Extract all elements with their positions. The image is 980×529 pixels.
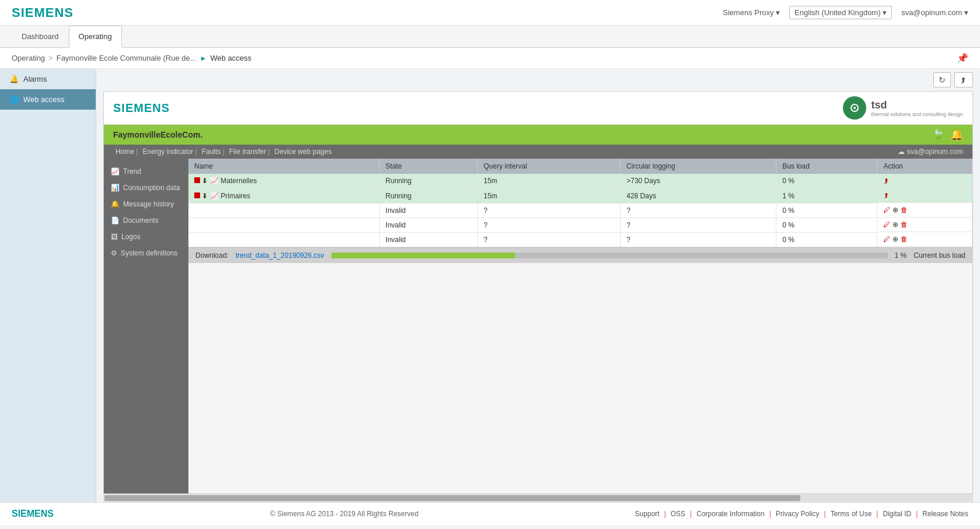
trend-icon: 📈 xyxy=(111,167,120,176)
tab-dashboard[interactable]: Dashboard xyxy=(12,26,69,48)
breadcrumb-arrow-icon: ► xyxy=(200,54,207,62)
col-header-name: Name xyxy=(188,159,379,174)
download-bar: Download: trend_data_1_20190926.csv 1 % … xyxy=(188,247,972,263)
footer-sep-5: | xyxy=(876,510,878,518)
footer-sep-4: | xyxy=(824,510,826,518)
web-nav-bar: FaymonvilleEcoleCom. 🍃 🔔 xyxy=(104,125,972,145)
nav-tabs: Dashboard Operating xyxy=(0,26,980,48)
documents-icon: 📄 xyxy=(111,216,120,225)
footer-link-support[interactable]: Support xyxy=(635,510,659,518)
cell-circular_logging: ? xyxy=(620,232,776,247)
menu-link-file-transfer[interactable]: File transfer xyxy=(227,148,272,156)
footer-link-release-notes[interactable]: Release Notes xyxy=(922,510,968,518)
bell-icon[interactable]: 🔔 xyxy=(950,128,963,141)
cell-action: ⮭ xyxy=(877,188,972,203)
user-menu[interactable]: sva@opinum.com ▾ xyxy=(901,8,968,17)
download-progress-bar xyxy=(331,253,888,258)
language-selector[interactable]: English (United Kingdom) ▾ xyxy=(789,6,892,19)
menu-link-home[interactable]: Home xyxy=(113,148,140,156)
sidebar-item-web-access[interactable]: 🌐 Web access xyxy=(0,89,96,110)
action-delete-icon[interactable]: 🗑 xyxy=(901,235,908,243)
trend-table: Name State Query interval Circular loggi… xyxy=(188,159,972,247)
cell-circular_logging: ? xyxy=(620,218,776,232)
cell-action: 🖊⊕🗑 xyxy=(877,232,972,247)
status-red-indicator xyxy=(194,192,200,198)
message-icon: 🔔 xyxy=(111,200,120,208)
download-icon[interactable]: ⬇ xyxy=(202,177,208,185)
web-menu-bar: Home Energy indicator Faults File transf… xyxy=(104,145,972,159)
breadcrumb-bar: Operating > Faymonville Ecole Communale … xyxy=(0,48,980,69)
footer-link-privacy[interactable]: Privacy Policy xyxy=(776,510,820,518)
cell-bus_load: 0 % xyxy=(776,232,877,247)
action-buttons: ↻ ⮭ xyxy=(96,69,980,91)
cell-name xyxy=(188,218,379,232)
svg-point-2 xyxy=(853,107,856,109)
logos-label: Logos xyxy=(121,233,141,241)
download-filename[interactable]: trend_data_1_20190926.csv xyxy=(236,251,324,260)
web-sidebar-system[interactable]: ⚙ System definitions xyxy=(104,245,188,261)
web-sidebar-message-history[interactable]: 🔔 Message history xyxy=(104,196,188,212)
breadcrumb-site[interactable]: Faymonville Ecole Communale (Rue de... xyxy=(57,54,197,62)
web-inner-header: SIEMENS tsd thermal solutions and consul… xyxy=(104,92,972,125)
trend-label: Trend xyxy=(123,167,141,176)
leaf-icon[interactable]: 🍃 xyxy=(932,128,944,141)
scrollbar-thumb[interactable] xyxy=(104,495,800,501)
breadcrumb-sep-1: > xyxy=(48,54,53,62)
action-edit-icon[interactable]: 🖊 xyxy=(883,220,890,229)
menu-link-device-web-pages[interactable]: Device web pages xyxy=(272,148,334,156)
action-add-icon[interactable]: ⊕ xyxy=(892,220,898,229)
pin-icon[interactable]: 📌 xyxy=(957,52,968,64)
table-row: Invalid??0 %🖊⊕🗑 xyxy=(188,203,972,218)
proxy-selector[interactable]: Siemens Proxy ▾ xyxy=(723,8,780,17)
message-label: Message history xyxy=(123,200,174,208)
download-icon[interactable]: ⬇ xyxy=(202,192,208,200)
action-edit-icon[interactable]: 🖊 xyxy=(883,206,890,214)
consumption-label: Consumption data xyxy=(123,184,180,192)
action-delete-icon[interactable]: 🗑 xyxy=(901,206,908,214)
footer-link-terms[interactable]: Terms of Use xyxy=(831,510,872,518)
breadcrumb-operating[interactable]: Operating xyxy=(12,54,45,62)
chart-icon[interactable]: 📈 xyxy=(210,192,219,200)
cell-name: ⬇📈 Maternelles xyxy=(188,174,379,188)
footer-siemens-logo: SIEMENS xyxy=(12,509,54,519)
horizontal-scrollbar[interactable] xyxy=(103,494,973,502)
action-delete-icon[interactable]: 🗑 xyxy=(901,220,908,229)
menu-link-faults[interactable]: Faults xyxy=(200,148,227,156)
col-header-action: Action xyxy=(877,159,972,174)
action-export-icon[interactable]: ⮭ xyxy=(883,191,890,199)
cell-action: ⮭ xyxy=(877,174,972,188)
cell-query_interval: ? xyxy=(477,203,620,218)
sidebar-item-alarms[interactable]: 🔔 Alarms xyxy=(0,69,96,89)
web-sidebar-documents[interactable]: 📄 Documents xyxy=(104,212,188,229)
sidebar-label-alarms: Alarms xyxy=(23,75,47,83)
sidebar: 🔔 Alarms 🌐 Web access xyxy=(0,69,96,502)
web-sidebar: 📈 Trend 📊 Consumption data 🔔 Message his… xyxy=(104,159,188,493)
cell-state: Running xyxy=(379,188,477,203)
cell-state: Invalid xyxy=(379,218,477,232)
cell-name xyxy=(188,203,379,218)
action-add-icon[interactable]: ⊕ xyxy=(892,235,898,243)
footer-link-digital-id[interactable]: Digital ID xyxy=(883,510,911,518)
cell-bus_load: 0 % xyxy=(776,203,877,218)
web-main-content: Name State Query interval Circular loggi… xyxy=(188,159,972,493)
logos-icon: 🖼 xyxy=(111,233,118,241)
web-sidebar-consumption[interactable]: 📊 Consumption data xyxy=(104,180,188,196)
current-bus-load-label: Current bus load xyxy=(914,251,965,260)
menu-link-energy[interactable]: Energy indicator xyxy=(140,148,199,156)
tab-operating[interactable]: Operating xyxy=(69,26,122,48)
footer-link-corporate[interactable]: Corporate Information xyxy=(696,510,765,518)
cell-state: Invalid xyxy=(379,232,477,247)
footer-sep-2: | xyxy=(690,510,692,518)
chart-icon[interactable]: 📈 xyxy=(210,177,219,185)
action-add-icon[interactable]: ⊕ xyxy=(892,206,898,214)
export-button[interactable]: ⮭ xyxy=(954,72,973,87)
action-edit-icon[interactable]: 🖊 xyxy=(883,235,890,243)
action-export-icon[interactable]: ⮭ xyxy=(883,177,890,185)
footer-link-oss[interactable]: OSS xyxy=(671,510,685,518)
web-sidebar-trend[interactable]: 📈 Trend xyxy=(104,163,188,180)
cloud-icon: ☁ xyxy=(898,148,905,156)
download-bus-load: 1 % xyxy=(895,251,907,260)
web-tsd-logo: tsd thermal solutions and consulting des… xyxy=(843,96,963,120)
web-sidebar-logos[interactable]: 🖼 Logos xyxy=(104,229,188,245)
refresh-button[interactable]: ↻ xyxy=(933,72,951,87)
